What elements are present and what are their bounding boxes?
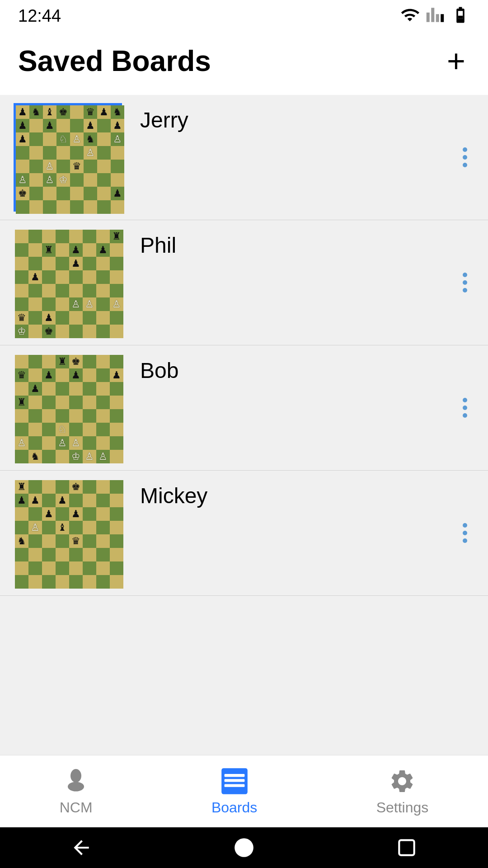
- nav-item-boards[interactable]: Boards: [198, 762, 271, 821]
- more-button-mickey[interactable]: [455, 519, 474, 547]
- svg-rect-7: [224, 784, 244, 787]
- board-item-bob[interactable]: ♜♚♛♟♟♟♟♜♘♙♙♙♞♔♙♙Bob: [0, 345, 488, 471]
- page-title: Saved Boards: [18, 44, 211, 78]
- header: Saved Boards +: [0, 32, 488, 95]
- status-icons: [400, 5, 470, 26]
- android-navbar: [0, 827, 488, 868]
- nav-label-boards: Boards: [211, 799, 257, 816]
- recents-button[interactable]: [395, 836, 418, 859]
- nav-item-ncm[interactable]: NCM: [46, 762, 106, 821]
- boards-icon: [220, 767, 249, 796]
- bottom-nav: NCM Boards Settings: [0, 755, 488, 827]
- status-bar: 12:44: [0, 0, 488, 32]
- nav-label-settings: Settings: [376, 799, 429, 816]
- svg-point-2: [70, 769, 81, 783]
- signal-icon: [426, 5, 445, 26]
- back-button[interactable]: [70, 836, 93, 859]
- status-time: 12:44: [18, 6, 61, 26]
- more-button-bob[interactable]: [455, 393, 474, 422]
- svg-point-3: [68, 782, 84, 792]
- settings-icon: [388, 767, 417, 796]
- board-item-jerry[interactable]: ♟♞♝♚♛♟♞♟♟♟♟♟♘♙♞♙♙♙♛♙♙♔♚♟Jerry: [0, 95, 488, 220]
- board-name-jerry: Jerry: [122, 103, 455, 132]
- board-name-phil: Phil: [122, 228, 455, 258]
- more-button-jerry[interactable]: [455, 143, 474, 172]
- board-name-bob: Bob: [122, 354, 455, 383]
- board-name-mickey: Mickey: [122, 479, 455, 508]
- board-item-phil[interactable]: ♜♜♟♟♟♟♙♙♙♛♟♔♚Phil: [0, 220, 488, 345]
- board-list: ♟♞♝♚♛♟♞♟♟♟♟♟♘♙♞♙♙♙♛♙♙♔♚♟Jerry♜♜♟♟♟♟♙♙♙♛♟…: [0, 95, 488, 755]
- svg-rect-5: [224, 774, 244, 777]
- ncm-icon: [61, 767, 90, 796]
- add-board-button[interactable]: +: [442, 41, 470, 81]
- board-item-mickey[interactable]: ♜♚♟♟♟♟♟♙♝♞♛Mickey: [0, 471, 488, 596]
- nav-item-settings[interactable]: Settings: [363, 762, 442, 821]
- svg-rect-1: [458, 16, 463, 19]
- battery-icon: [451, 5, 470, 26]
- nav-label-ncm: NCM: [60, 799, 93, 816]
- wifi-icon: [400, 5, 419, 26]
- home-button[interactable]: [233, 836, 255, 859]
- svg-point-8: [235, 838, 253, 857]
- svg-rect-9: [399, 840, 414, 855]
- svg-rect-6: [224, 779, 244, 782]
- more-button-phil[interactable]: [455, 268, 474, 297]
